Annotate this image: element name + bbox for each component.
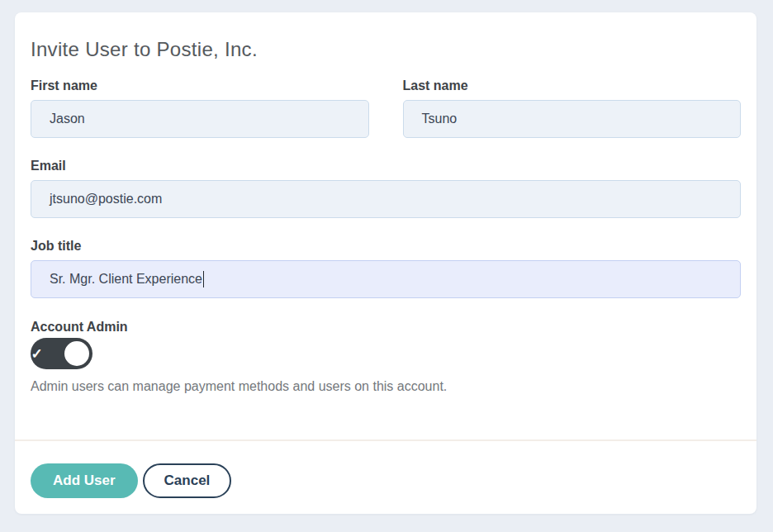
email-value: jtsuno@postie.com	[50, 192, 162, 207]
name-fields-row: First name Jason Last name Tsuno	[31, 78, 741, 138]
account-admin-toggle[interactable]: ✓	[31, 338, 92, 369]
cancel-button[interactable]: Cancel	[143, 463, 232, 498]
account-admin-section: Account Admin ✓ Admin users can manage p…	[31, 319, 741, 394]
invite-user-card: Invite User to Postie, Inc. First name J…	[15, 12, 756, 514]
job-title-value: Sr. Mgr. Client Experience	[50, 272, 202, 287]
email-label: Email	[31, 158, 741, 173]
account-admin-label: Account Admin	[31, 319, 741, 335]
last-name-field: Last name Tsuno	[403, 78, 742, 138]
job-title-label: Job title	[31, 238, 741, 254]
actions-bar: Add User Cancel	[31, 463, 741, 498]
first-name-label: First name	[31, 78, 369, 93]
add-user-button[interactable]: Add User	[31, 463, 138, 498]
check-icon: ✓	[31, 347, 64, 361]
first-name-field: First name Jason	[31, 78, 369, 138]
admin-help-text: Admin users can manage payment methods a…	[31, 378, 741, 394]
divider	[15, 439, 756, 441]
job-title-input[interactable]: Sr. Mgr. Client Experience	[31, 260, 741, 298]
toggle-knob	[64, 341, 89, 366]
page-title: Invite User to Postie, Inc.	[31, 36, 741, 62]
text-caret	[203, 271, 205, 287]
email-input[interactable]: jtsuno@postie.com	[31, 180, 741, 218]
first-name-input[interactable]: Jason	[31, 100, 369, 138]
job-title-field: Job title Sr. Mgr. Client Experience	[31, 238, 741, 298]
first-name-value: Jason	[50, 112, 85, 126]
last-name-input[interactable]: Tsuno	[403, 100, 742, 138]
email-field: Email jtsuno@postie.com	[31, 158, 741, 218]
last-name-value: Tsuno	[422, 112, 458, 126]
last-name-label: Last name	[403, 78, 742, 93]
